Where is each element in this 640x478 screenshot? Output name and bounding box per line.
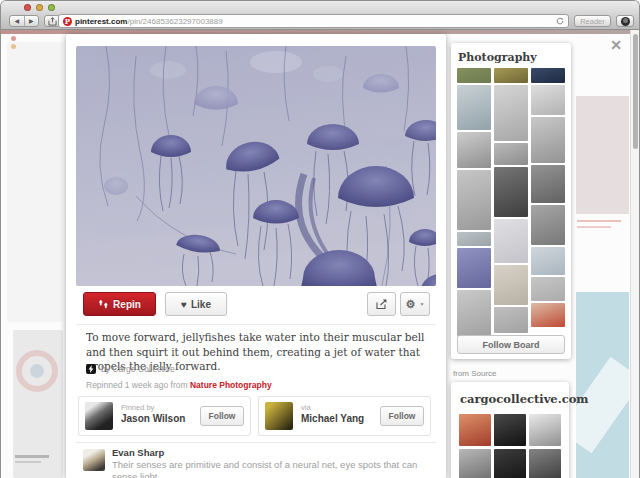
pin-thumbnail[interactable]: [494, 449, 526, 478]
like-label: Like: [191, 299, 211, 310]
like-button[interactable]: ♥ Like: [165, 292, 227, 316]
pin-thumbnail[interactable]: [494, 265, 528, 305]
repin-label: Repin: [113, 299, 141, 310]
faded-text-line: [15, 455, 49, 458]
pin-thumbnail[interactable]: [457, 68, 491, 83]
url-domain: pinterest.com: [75, 17, 127, 26]
comment-text: Their senses are primitive and consist o…: [112, 459, 430, 478]
board-column: [457, 68, 491, 336]
pin-thumbnail[interactable]: [494, 219, 528, 263]
via-name[interactable]: Michael Yang: [301, 413, 364, 424]
pin-image-jellyfish[interactable]: [76, 46, 436, 286]
pinner-name[interactable]: Jason Wilson: [121, 413, 185, 424]
pin-thumbnail[interactable]: [531, 205, 565, 245]
pinner-box: Pinned by Jason Wilson Follow: [78, 396, 251, 436]
pin-thumbnail[interactable]: [494, 167, 528, 217]
address-bar[interactable]: P pinterest.com /pin/246853623297003889: [58, 14, 569, 28]
commenter-avatar[interactable]: [83, 449, 105, 471]
pin-thumbnail[interactable]: [494, 414, 526, 446]
pin-thumbnail[interactable]: [459, 414, 491, 446]
nav-buttons: ◀ ▶: [9, 15, 39, 27]
scrollbar[interactable]: [630, 30, 639, 478]
share-icon: [48, 17, 57, 26]
gear-icon: ⚙: [406, 298, 416, 311]
faded-pin-card: [13, 330, 63, 478]
heart-icon: ♥: [181, 299, 187, 310]
send-button[interactable]: [367, 292, 396, 316]
pin-thumbnail[interactable]: [531, 247, 565, 275]
page-content: Repin ♥ Like ⚙ ▼ To move forward,: [1, 30, 639, 478]
close-icon[interactable]: ✕: [607, 36, 625, 54]
pin-thumbnail[interactable]: [531, 117, 565, 163]
pin-thumbnail[interactable]: [457, 232, 491, 246]
send-icon: [376, 299, 388, 310]
board-column: [494, 68, 528, 333]
pin-thumbnail[interactable]: [457, 290, 491, 336]
pinterest-favicon: P: [63, 17, 72, 26]
pin-thumbnail[interactable]: [457, 248, 491, 288]
faded-pin-image: [576, 96, 629, 214]
close-window-icon[interactable]: [24, 4, 31, 11]
follow-board-button[interactable]: Follow Board: [457, 335, 565, 354]
faded-target-center: [30, 364, 44, 378]
minimize-window-icon[interactable]: [36, 4, 43, 11]
board-title[interactable]: Photography: [458, 51, 565, 64]
divider: [76, 324, 436, 325]
chevron-down-icon: ▼: [419, 301, 424, 307]
pin-thumbnail[interactable]: [531, 303, 565, 327]
pin-thumbnail[interactable]: [531, 165, 565, 203]
pin-thumbnail[interactable]: [494, 68, 528, 83]
browser-window: ◀ ▶ P pinterest.com /pin/246853623297003…: [0, 0, 640, 478]
window-titlebar[interactable]: [1, 1, 639, 12]
pin-thumbnail[interactable]: [457, 132, 491, 168]
cargo-collective-icon: [86, 364, 96, 374]
from-source-label: from Source: [453, 369, 497, 378]
zoom-window-icon[interactable]: [48, 4, 55, 11]
pin-thumbnail[interactable]: [494, 143, 528, 165]
repin-button[interactable]: Repin: [83, 292, 156, 316]
divider: [76, 442, 436, 443]
reader-button[interactable]: Reader: [574, 15, 611, 27]
scrollbar-thumb[interactable]: [633, 34, 638, 149]
board-column: [531, 68, 565, 327]
follow-pinner-button[interactable]: Follow: [200, 406, 244, 426]
forward-button[interactable]: ▶: [25, 16, 39, 26]
faded-dot: [11, 44, 16, 49]
repin-info: Repinned 1 week ago from Nature Photogra…: [86, 380, 272, 390]
tab-overview-button[interactable]: [616, 15, 634, 27]
pin-thumbnail[interactable]: [531, 85, 565, 115]
url-path: /pin/246853623297003889: [127, 17, 222, 26]
attribution-row[interactable]: by Cargo Collective: [86, 364, 175, 374]
faded-pin-image: [576, 292, 629, 478]
pin-thumbnail[interactable]: [494, 85, 528, 141]
source-board-link[interactable]: Nature Photography: [190, 380, 272, 390]
screenshot: ◀ ▶ P pinterest.com /pin/246853623297003…: [0, 0, 640, 478]
source-domain[interactable]: cargocollective.com: [460, 392, 561, 406]
faded-text-line: [577, 226, 611, 228]
source-thumbnail-grid: [459, 414, 561, 478]
via-box: via Michael Yang Follow: [258, 396, 431, 436]
pin-thumbnail[interactable]: [531, 277, 565, 301]
pin-modal: Repin ♥ Like ⚙ ▼ To move forward,: [66, 34, 446, 478]
pin-thumbnail[interactable]: [457, 170, 491, 230]
faded-target-logo: [16, 350, 58, 392]
pin-thumbnail[interactable]: [529, 414, 561, 446]
record-icon: [621, 17, 630, 26]
faded-pin-card: [7, 42, 63, 322]
pin-thumbnail[interactable]: [457, 85, 491, 130]
commenter-name[interactable]: Evan Sharp: [112, 447, 164, 458]
pinner-avatar[interactable]: [85, 402, 113, 430]
gear-menu-button[interactable]: ⚙ ▼: [400, 292, 430, 316]
repin-info-text: Repinned 1 week ago from: [86, 380, 190, 390]
pin-thumbnail[interactable]: [459, 449, 491, 478]
faded-dot: [11, 36, 16, 41]
back-button[interactable]: ◀: [10, 16, 25, 26]
source-card: cargocollective.com: [451, 382, 569, 478]
refresh-icon[interactable]: [556, 17, 564, 25]
via-avatar[interactable]: [265, 402, 293, 430]
via-label: via: [301, 403, 311, 412]
pin-thumbnail[interactable]: [529, 449, 561, 478]
pin-thumbnail[interactable]: [494, 307, 528, 333]
follow-via-button[interactable]: Follow: [380, 406, 424, 426]
pin-thumbnail[interactable]: [531, 68, 565, 83]
